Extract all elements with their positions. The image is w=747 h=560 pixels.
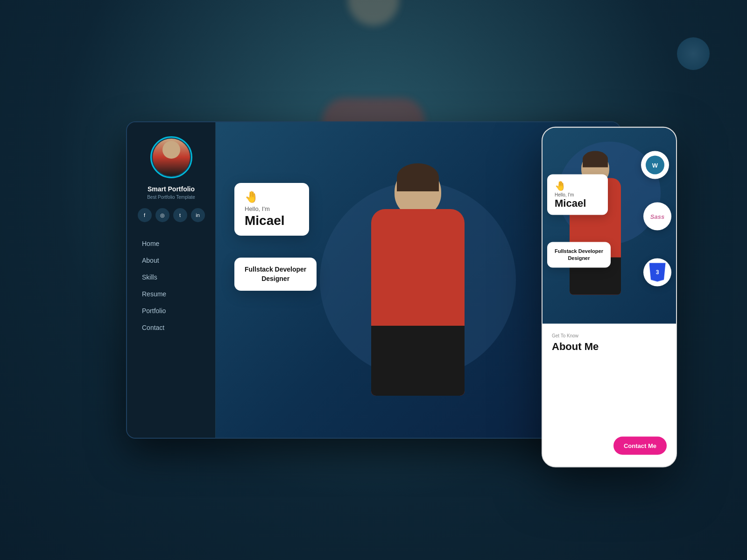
css3-icon: 3 [649,263,666,282]
contact-button[interactable]: Contact Me [613,437,667,455]
profile-tagline: Best Portfolio Template [147,195,195,200]
about-title: About Me [552,341,667,352]
avatar [150,136,192,178]
page-orb [677,37,710,70]
greeting-card: 🤚 Hello, I'm Micael [234,183,309,236]
role-text: Fullstack Developer Designer [245,265,306,283]
mobile-greeting-card: 🤚 Hello, I'm Micael [547,175,608,215]
sass-bubble: Sass [643,203,671,231]
mobile-greeting-hello: Hello, I'm [555,192,600,197]
instagram-icon[interactable]: ◎ [155,208,169,222]
mobile-role-text: Fullstack Developer Designer [555,248,603,262]
greeting-name: Micael [245,213,299,228]
nav-contact[interactable]: Contact [136,320,206,335]
nav-menu: Home About Skills Resume Portfolio Conta… [136,236,206,335]
facebook-icon[interactable]: f [138,208,152,222]
css3-bubble: 3 [643,259,671,287]
mobile-greeting-name: Micael [555,197,600,210]
nav-resume[interactable]: Resume [136,287,206,301]
hero-person [348,158,488,438]
wordpress-bubble: W [641,151,669,179]
social-icons: f ◎ t in [138,208,205,222]
mobile-mockup: 🤚 Hello, I'm Micael Fullstack Developer … [542,127,677,468]
about-label: Get To Know [552,333,667,338]
mobile-person [560,147,630,324]
mobile-wave-icon: 🤚 [555,180,600,191]
wave-icon: 🤚 [245,190,299,203]
nav-home[interactable]: Home [136,236,206,251]
wp-icon: W [646,156,664,175]
sidebar: Smart Portfolio Best Portfolio Template … [127,122,216,438]
twitter-icon[interactable]: t [173,208,187,222]
greeting-hello: Hello, I'm [245,205,299,212]
nav-about[interactable]: About [136,253,206,268]
linkedin-icon[interactable]: in [191,208,205,222]
sass-icon: Sass [650,213,664,220]
nav-portfolio[interactable]: Portfolio [136,303,206,318]
mobile-top: 🤚 Hello, I'm Micael Fullstack Developer … [543,128,676,324]
profile-name: Smart Portfolio [148,185,195,193]
avatar-image [153,139,190,176]
mobile-role-card: Fullstack Developer Designer [547,242,611,268]
main-wrapper: Smart Portfolio Best Portfolio Template … [126,121,621,439]
role-card: Fullstack Developer Designer [234,258,317,291]
nav-skills[interactable]: Skills [136,270,206,285]
